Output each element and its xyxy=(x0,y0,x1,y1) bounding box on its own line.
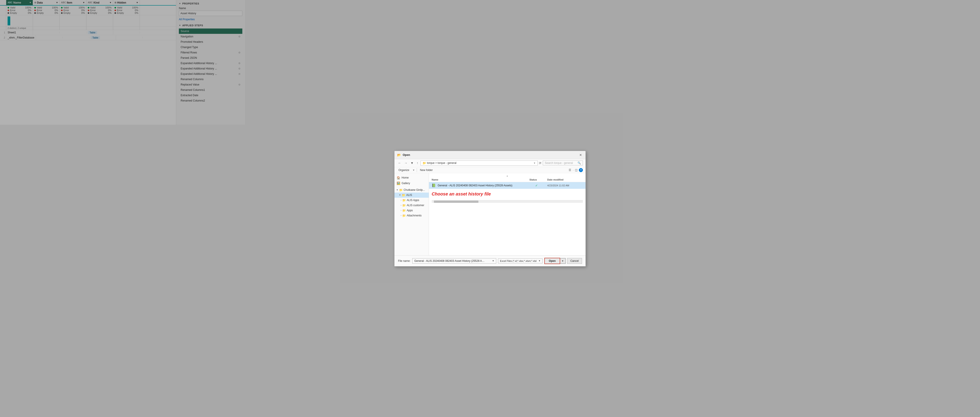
modal-overlay: 📂 Open ✕ ← → ▼ ↑ 📁 torque > torque - gen… xyxy=(0,0,245,125)
